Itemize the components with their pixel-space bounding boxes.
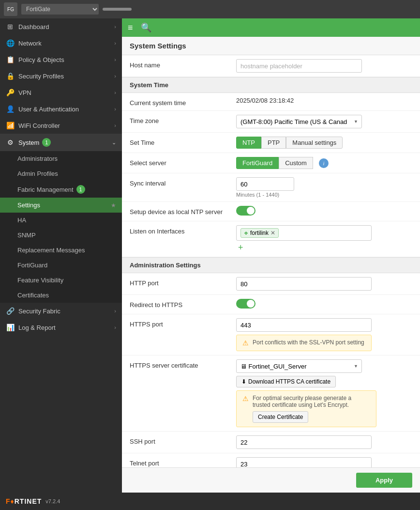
- user-icon: 👤: [6, 105, 15, 113]
- version-label: v7.2.4: [45, 498, 60, 504]
- hostname-row: Host name: [122, 55, 420, 77]
- ntp-btn[interactable]: NTP: [236, 137, 261, 149]
- sidebar-label-log: Log & Report: [18, 324, 56, 331]
- sidebar-item-fabric-management[interactable]: Fabric Management 1: [0, 181, 122, 198]
- footer: F♦RTINET v7.2.4: [0, 493, 420, 510]
- timezone-label: Time zone: [130, 115, 236, 124]
- network-icon: 🌐: [6, 39, 15, 47]
- sidebar-item-dashboard[interactable]: ⊞ Dashboard ›: [0, 18, 122, 35]
- chevron-icon: ›: [114, 40, 116, 46]
- admin-profiles-label: Admin Profiles: [17, 170, 58, 177]
- https-cert-label: HTTPS server certificate: [130, 359, 236, 369]
- fortiguard-label: FortiGuard: [17, 262, 47, 269]
- apply-button[interactable]: Apply: [356, 473, 412, 488]
- select-server-label: Select server: [130, 157, 236, 167]
- sidebar-item-system[interactable]: ⚙ System 1 ⌄: [0, 134, 122, 151]
- sidebar-item-vpn[interactable]: 🔑 VPN ›: [0, 84, 122, 101]
- system-submenu: Administrators Admin Profiles Fabric Man…: [0, 151, 122, 303]
- manual-btn[interactable]: Manual settings: [286, 137, 343, 149]
- admin-settings-section: Administration Settings: [122, 257, 420, 273]
- sidebar-item-certificates[interactable]: Certificates: [0, 288, 122, 303]
- timezone-select[interactable]: (GMT-8:00) Pacific Time (US & Canad: [236, 115, 362, 128]
- https-port-input[interactable]: [236, 318, 372, 332]
- add-interface-btn[interactable]: +: [236, 243, 245, 252]
- sidebar-item-feature-visibility[interactable]: Feature Visibility: [0, 273, 122, 288]
- port-warning-text: Port conflicts with the SSL-VPN port set…: [253, 339, 364, 346]
- setup-ntp-label: Setup device as local NTP server: [130, 206, 236, 216]
- create-cert-btn[interactable]: Create Certificate: [253, 411, 308, 423]
- setup-ntp-row: Setup device as local NTP server: [122, 202, 420, 221]
- sidebar-item-log[interactable]: 📊 Log & Report ›: [0, 319, 122, 336]
- dashboard-icon: ⊞: [6, 23, 15, 31]
- system-time-section: System Time: [122, 77, 420, 93]
- http-port-input[interactable]: [236, 277, 372, 291]
- device-selector[interactable]: FortiGate: [21, 4, 99, 15]
- menu-icon[interactable]: ≡: [128, 23, 133, 33]
- page-title: System Settings: [122, 37, 420, 55]
- interface-tag: ❖ fortilink ✕: [240, 228, 279, 238]
- sync-interval-label: Sync interval: [130, 177, 236, 187]
- chevron-icon: ›: [114, 123, 116, 128]
- sidebar-item-security[interactable]: 🔒 Security Profiles ›: [0, 68, 122, 84]
- interfaces-input[interactable]: ❖ fortilink ✕: [236, 225, 372, 241]
- https-port-label: HTTPS port: [130, 318, 236, 328]
- bottom-bar: Apply: [122, 467, 420, 493]
- sidebar-item-fabric[interactable]: 🔗 Security Fabric ›: [0, 303, 122, 319]
- telnet-port-input[interactable]: [236, 457, 372, 467]
- custom-btn[interactable]: Custom: [279, 157, 313, 169]
- sidebar-item-settings[interactable]: Settings ★: [0, 198, 122, 213]
- administrators-label: Administrators: [17, 155, 58, 162]
- sidebar-item-ha[interactable]: HA: [0, 213, 122, 228]
- timezone-row: Time zone (GMT-8:00) Pacific Time (US & …: [122, 111, 420, 133]
- https-port-row: HTTPS port ⚠ Port conflicts with the SSL…: [122, 314, 420, 355]
- sidebar-item-administrators[interactable]: Administrators: [0, 151, 122, 166]
- https-cert-row: HTTPS server certificate 🖥 Fortinet_GUI_…: [122, 355, 420, 432]
- ssh-port-input[interactable]: [236, 435, 372, 449]
- sidebar-item-wifi[interactable]: 📶 WiFi Controller ›: [0, 117, 122, 134]
- chevron-down-icon: ⌄: [112, 139, 116, 146]
- warning-icon: ⚠: [242, 339, 249, 347]
- snmp-label: SNMP: [17, 232, 36, 239]
- ptp-btn[interactable]: PTP: [261, 137, 286, 149]
- feature-visibility-label: Feature Visibility: [17, 277, 63, 284]
- progress-bar: [103, 8, 132, 11]
- interface-tag-label: fortilink: [250, 230, 269, 236]
- download-cert-btn[interactable]: ⬇ Download HTTPS CA certificate: [236, 376, 336, 387]
- fortiguard-btn[interactable]: FortiGuard: [236, 157, 279, 169]
- sidebar-item-fortiguard[interactable]: FortiGuard: [0, 258, 122, 273]
- server-btn-group: FortiGuard Custom: [236, 157, 313, 169]
- sidebar-label-user: User & Authentication: [18, 106, 79, 113]
- sidebar-item-policy[interactable]: 📋 Policy & Objects ›: [0, 51, 122, 68]
- hostname-label: Host name: [130, 59, 236, 69]
- sync-interval-hint: Minutes (1 - 1440): [236, 192, 412, 198]
- chevron-icon: ›: [114, 73, 116, 79]
- sidebar-item-admin-profiles[interactable]: Admin Profiles: [0, 166, 122, 181]
- form-content: Host name System Time Current system tim…: [122, 55, 420, 467]
- sync-interval-input[interactable]: [236, 177, 294, 191]
- set-time-group: NTP PTP Manual settings: [236, 137, 412, 149]
- content-header: ≡ 🔍: [122, 18, 420, 37]
- remove-interface-btn[interactable]: ✕: [270, 230, 275, 236]
- sidebar-label-fabric: Security Fabric: [18, 308, 60, 315]
- cert-warning: ⚠ For optimal security please generate a…: [236, 390, 376, 427]
- setup-ntp-toggle[interactable]: [236, 206, 255, 216]
- sidebar: ⊞ Dashboard › 🌐 Network › 📋 Policy & Obj…: [0, 18, 122, 493]
- sidebar-item-replacement[interactable]: Replacement Messages: [0, 243, 122, 258]
- interface-icon: ❖: [244, 231, 248, 236]
- server-info-icon[interactable]: i: [319, 158, 329, 168]
- current-time-value: 2025/02/08 23:18:42: [236, 94, 294, 104]
- sidebar-label-dashboard: Dashboard: [18, 23, 49, 31]
- redirect-https-toggle[interactable]: [236, 299, 255, 309]
- sidebar-item-user[interactable]: 👤 User & Authentication ›: [0, 101, 122, 117]
- set-time-row: Set Time NTP PTP Manual settings: [122, 133, 420, 153]
- sidebar-item-snmp[interactable]: SNMP: [0, 228, 122, 243]
- listen-interfaces-label: Listen on Interfaces: [130, 225, 236, 235]
- cert-select[interactable]: 🖥 Fortinet_GUI_Server: [236, 359, 362, 373]
- chevron-icon: ›: [114, 57, 116, 62]
- settings-label: Settings: [17, 201, 40, 209]
- fabric-badge: 1: [76, 185, 85, 194]
- hostname-input[interactable]: [236, 59, 362, 73]
- wifi-icon: 📶: [6, 122, 15, 129]
- search-icon[interactable]: 🔍: [141, 22, 151, 33]
- sidebar-item-network[interactable]: 🌐 Network ›: [0, 35, 122, 51]
